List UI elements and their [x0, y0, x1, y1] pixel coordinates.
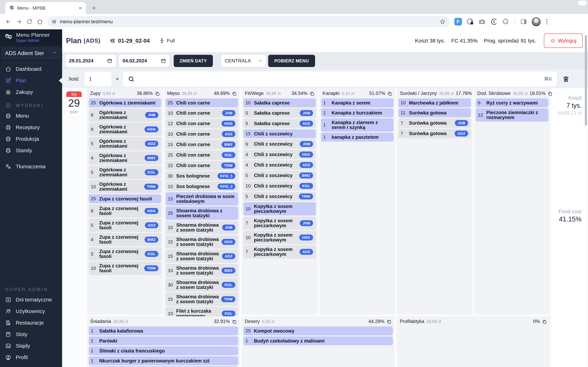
- menu-item[interactable]: 10Zupa z czerwonej fasoliTRW: [89, 262, 161, 275]
- sidebar-item-standy[interactable]: Standy: [0, 145, 62, 156]
- menu-item[interactable]: 8Zupa z czerwonej fasoliHSG: [89, 204, 161, 217]
- browser-tab[interactable]: Menu - MPBB ×: [5, 2, 86, 14]
- menu-item[interactable]: 30Sos bologneseKFG_1: [166, 171, 238, 181]
- menu-item[interactable]: 5Ogórkowa z ziemniakamiADZ: [89, 137, 161, 150]
- search-bar[interactable]: ⌘K: [123, 71, 557, 86]
- row-height-toggle[interactable]: Full: [159, 38, 175, 44]
- extensions-puzzle-icon[interactable]: [502, 18, 510, 25]
- menu-item[interactable]: 1Sałatka kalafiorowa: [89, 326, 238, 335]
- menu-item[interactable]: 5Sałatka capreseADZ: [243, 119, 316, 128]
- copy-icon[interactable]: [387, 319, 391, 324]
- menu-item[interactable]: 12Pieczone ziemniaczki z rozmarynem: [476, 108, 548, 122]
- menu-item[interactable]: 7Kopytka z sosem pieczarkowymJHB: [243, 217, 316, 230]
- date-from-input[interactable]: 29.01.2024: [65, 55, 116, 67]
- app-logo-block[interactable]: Menu Planner Super Admin: [0, 29, 62, 45]
- menu-item[interactable]: 4Chili z soczewicyHSG: [243, 150, 316, 159]
- copy-icon[interactable]: [155, 92, 160, 96]
- home-icon[interactable]: [35, 17, 45, 27]
- copy-icon[interactable]: [232, 319, 237, 324]
- sidebar-item-profil[interactable]: Profil: [0, 352, 62, 363]
- url-bar[interactable]: menu-planner.test/menu: [47, 16, 450, 27]
- trash-icon[interactable]: [562, 75, 570, 83]
- sidebar-item-plan[interactable]: Plan: [0, 75, 62, 86]
- menu-item[interactable]: 15Shoarma drobiowa z sosem tzatzykiADZ: [166, 250, 238, 263]
- bookmark-star-icon[interactable]: [440, 19, 446, 25]
- menu-item[interactable]: 4Chili z soczewicyADZ: [243, 160, 316, 170]
- menu-item[interactable]: 10Shoarma drobiowa z sosem tzatzykiJHB: [166, 221, 238, 234]
- profile-avatar[interactable]: [532, 17, 541, 26]
- menu-item[interactable]: 25Kompot owocowy: [243, 326, 393, 335]
- menu-item[interactable]: 5Ogórkowa z ziemniakamiKGL: [89, 166, 161, 179]
- sidebar-item-dni-tematyczne[interactable]: Dni tematyczne: [0, 294, 62, 306]
- copy-icon[interactable]: [387, 92, 392, 96]
- date-to-input[interactable]: 04.02.2024: [119, 55, 169, 67]
- menu-item[interactable]: 10Shoarma drobiowa z sosem tzatzykiBMZ: [166, 264, 238, 277]
- menu-item[interactable]: 5Zupa z czerwonej fasoliADZ: [89, 219, 161, 232]
- menu-item[interactable]: 10Sałatka caprese: [243, 98, 316, 107]
- forward-icon[interactable]: [14, 17, 24, 27]
- copy-icon[interactable]: [542, 319, 547, 324]
- copy-icon[interactable]: [310, 92, 314, 96]
- menu-item[interactable]: 25Chili con carneKGL: [166, 150, 238, 160]
- menu-item[interactable]: 7Surówka gotowaJHB: [398, 118, 471, 128]
- menu-item[interactable]: 5Chili z soczewicyBMZ: [243, 171, 316, 180]
- menu-item[interactable]: 8Ogórkowa z ziemniakamiJHB: [89, 108, 161, 122]
- sidebar-item-zakupy[interactable]: Zakupy: [0, 86, 62, 98]
- location-select[interactable]: CENTRALA: [221, 55, 266, 67]
- qty-clear-button[interactable]: ×: [116, 76, 119, 82]
- search-input[interactable]: [138, 76, 540, 82]
- copy-icon[interactable]: [548, 92, 553, 96]
- camera-extension-icon[interactable]: [478, 18, 486, 25]
- copy-icon[interactable]: [232, 92, 237, 96]
- menu-item[interactable]: 4Zupa z czerwonej fasoliBMZ: [89, 233, 161, 246]
- menu-item[interactable]: 25Ogórkowa z ziemniakami: [89, 98, 161, 107]
- sidebar-item-receptury[interactable]: Receptury: [0, 122, 62, 133]
- c-extension-icon[interactable]: [490, 18, 498, 25]
- menu-item[interactable]: 10Marchewka z jabłkiem: [398, 98, 471, 107]
- menu-item[interactable]: 15Shoarma drobiowa z sosem tzatzykiTRW: [166, 292, 238, 306]
- menu-item[interactable]: 1Kanapka z ziarnem z serem i szynką: [321, 118, 394, 132]
- sidebar-item-t-umaczenia[interactable]: Tłumaczenia: [0, 161, 62, 172]
- menu-item[interactable]: 15Chili con carneBMZ: [166, 140, 238, 149]
- new-tab-button[interactable]: [90, 4, 98, 12]
- browser-menu-icon[interactable]: [546, 19, 547, 24]
- menu-item[interactable]: 1Parówki: [89, 336, 238, 345]
- menu-item[interactable]: 7Surówka gotowaADZ: [398, 129, 471, 138]
- download-menu-button[interactable]: POBIERZ MENU: [268, 55, 315, 67]
- menu-item[interactable]: 25Zupa z czerwonej fasoli: [89, 194, 161, 203]
- menu-item[interactable]: 10Ogórkowa z ziemniakamiTRW: [89, 180, 161, 193]
- window-controls[interactable]: [578, 1, 587, 5]
- password-manager-icon[interactable]: [466, 18, 474, 25]
- menu-item[interactable]: 12Chili con carneHSG: [166, 119, 238, 128]
- menu-item[interactable]: 8Ogórkowa z ziemniakamiHSG: [89, 123, 161, 136]
- sidebar-item-restauracje[interactable]: Restauracje: [0, 317, 62, 329]
- menu-item[interactable]: 25Chili con carne: [166, 98, 238, 107]
- menu-item[interactable]: 7Kopytka z sosem pieczarkowymADZ: [243, 245, 316, 259]
- menu-item[interactable]: 15Chili z soczewicy: [243, 129, 316, 138]
- menu-item[interactable]: 10Chili z soczewicyKGL: [243, 181, 316, 191]
- back-icon[interactable]: [3, 17, 14, 27]
- menu-item[interactable]: 1Kanapka z serem: [321, 98, 394, 107]
- menu-item[interactable]: 1Budyń czekoladowy z malinami: [243, 336, 393, 345]
- menu-item[interactable]: 30Shoarma drobiowa z sosem tzatzykiKGL: [166, 278, 238, 292]
- reload-icon[interactable]: [24, 17, 35, 27]
- menu-item[interactable]: 10Kopytka z sosem pieczarkowym: [243, 202, 316, 216]
- sidebar-item-dashboard[interactable]: Dashboard: [0, 63, 62, 75]
- menu-item[interactable]: 1Talarki kiełbasy z cebulką: [89, 366, 238, 367]
- sidebar-item-slajdy[interactable]: Slajdy: [0, 340, 62, 352]
- menu-item[interactable]: 4Ogórkowa z ziemniakamiBMZ: [89, 151, 161, 165]
- menu-item[interactable]: 6Chili z soczewicyJHB: [243, 139, 316, 149]
- side-panel-icon[interactable]: [520, 18, 527, 25]
- menu-item[interactable]: 1Ślimaki z ciasta francuskiego: [89, 346, 238, 355]
- menu-item[interactable]: 1Kanapka z kurczakiem: [321, 108, 394, 117]
- sidebar-item-u-ytkownicy[interactable]: Użytkownicy: [0, 306, 62, 317]
- menu-item[interactable]: 5Chili z soczewicyTRW: [243, 192, 316, 201]
- logout-button[interactable]: Wyloguj: [544, 33, 583, 48]
- menu-item[interactable]: 11Surówka gotowa: [398, 108, 471, 117]
- day-chip[interactable]: sty 29 pon: [66, 92, 82, 117]
- sidebar-item-menu[interactable]: Menu: [0, 110, 62, 122]
- site-settings-icon[interactable]: [52, 19, 57, 24]
- menu-item[interactable]: 10Chili con carneJHB: [166, 108, 238, 118]
- tab-close-icon[interactable]: ×: [78, 5, 82, 11]
- menu-item[interactable]: 5Zupa z czerwonej fasoliKGL: [89, 247, 161, 261]
